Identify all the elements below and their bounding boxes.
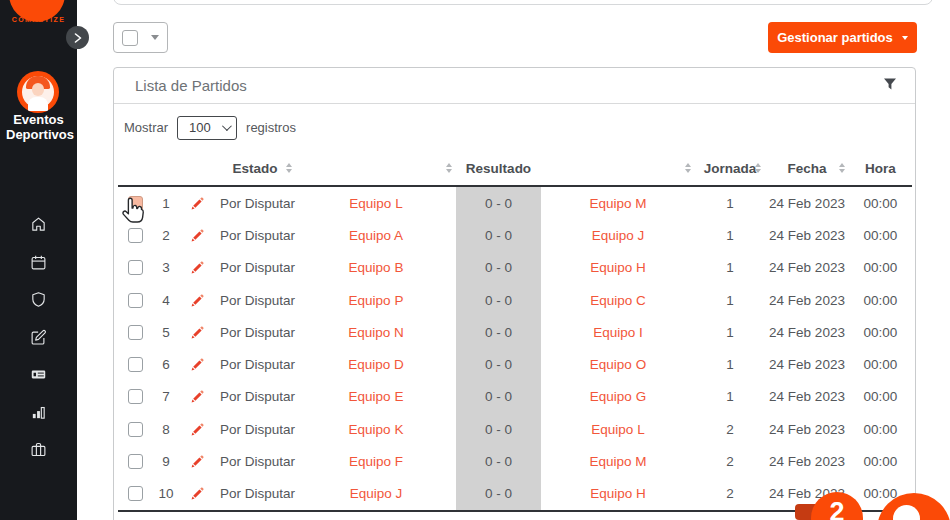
edit-cell — [180, 445, 214, 477]
row-checkbox[interactable] — [128, 422, 143, 437]
sidebar-item-calendar[interactable] — [0, 244, 77, 282]
local-team-link[interactable]: Equipo N — [348, 325, 404, 340]
header-jornada[interactable]: Jornada — [695, 151, 765, 185]
visitor-team-link[interactable]: Equipo O — [590, 357, 646, 372]
table-row: 3Por DisputarEquipo B0 - 0Equipo H124 Fe… — [118, 252, 912, 284]
local-team-link[interactable]: Equipo K — [349, 422, 404, 437]
workspace-avatar[interactable] — [17, 71, 59, 113]
edit-cell — [180, 284, 214, 316]
header-checkbox-col — [118, 151, 152, 185]
local-team-link[interactable]: Equipo D — [348, 357, 404, 372]
page-size-select[interactable]: 100 — [177, 116, 237, 140]
table-row: 1Por DisputarEquipo L0 - 0Equipo M124 Fe… — [118, 187, 912, 219]
edit-match-button[interactable] — [190, 486, 205, 501]
match-result: 0 - 0 — [456, 187, 541, 219]
row-checkbox[interactable] — [128, 389, 143, 404]
edit-match-button[interactable] — [190, 422, 205, 437]
edit-match-button[interactable] — [190, 260, 205, 275]
sidebar-item-stats[interactable] — [0, 394, 77, 432]
manage-matches-button[interactable]: Gestionar partidos — [768, 22, 917, 53]
match-time: 00:00 — [849, 219, 912, 251]
visitor-team-link[interactable]: Equipo H — [590, 260, 646, 275]
local-team-link[interactable]: Equipo B — [349, 260, 404, 275]
header-estado-label: Estado — [232, 161, 277, 176]
row-checkbox[interactable] — [128, 357, 143, 372]
app-root: COMPETIZE Eventos Deportivos — [0, 0, 950, 520]
visitor-team-cell: Equipo J — [541, 219, 695, 251]
match-date: 24 Feb 2023 — [765, 316, 849, 348]
visitor-team-link[interactable]: Equipo H — [590, 486, 646, 501]
row-checkbox[interactable] — [128, 260, 143, 275]
visitor-team-link[interactable]: Equipo I — [593, 325, 643, 340]
sidebar-item-licenses[interactable] — [0, 356, 77, 394]
brand-label: COMPETIZE — [0, 16, 77, 23]
row-checkbox[interactable] — [128, 486, 143, 501]
row-number: 6 — [152, 348, 180, 380]
row-checkbox[interactable] — [128, 293, 143, 308]
edit-match-button[interactable] — [190, 325, 205, 340]
matches-panel: Lista de Partidos Mostrar 100 registros — [113, 67, 916, 520]
header-jornada-label: Jornada — [704, 161, 757, 176]
visitor-team-link[interactable]: Equipo J — [592, 228, 645, 243]
select-all-checkbox[interactable] — [122, 30, 138, 46]
row-checkbox[interactable] — [128, 325, 143, 340]
edit-cell — [180, 381, 214, 413]
header-visitor-team[interactable] — [541, 151, 695, 185]
row-checkbox[interactable] — [128, 454, 143, 469]
header-local-team[interactable] — [296, 151, 456, 185]
card-list-icon — [30, 366, 47, 383]
row-number: 2 — [152, 219, 180, 251]
local-team-link[interactable]: Equipo F — [349, 454, 403, 469]
header-estado[interactable]: Estado — [214, 151, 296, 185]
edit-match-button[interactable] — [190, 228, 205, 243]
sidebar-item-organization[interactable] — [0, 431, 77, 469]
row-number: 5 — [152, 316, 180, 348]
avatar-body — [28, 97, 48, 111]
local-team-link[interactable]: Equipo A — [349, 228, 403, 243]
manage-matches-label: Gestionar partidos — [777, 30, 893, 45]
chevron-down-icon — [222, 121, 232, 131]
header-hora[interactable]: Hora — [849, 151, 912, 185]
row-checkbox-cell — [118, 284, 152, 316]
match-result: 0 - 0 — [456, 348, 541, 380]
local-team-cell: Equipo B — [296, 252, 456, 284]
visitor-team-cell: Equipo L — [541, 413, 695, 445]
shield-icon — [30, 291, 47, 308]
visitor-team-cell: Equipo O — [541, 348, 695, 380]
visitor-team-link[interactable]: Equipo M — [589, 454, 646, 469]
table-row: 8Por DisputarEquipo K0 - 0Equipo L224 Fe… — [118, 413, 912, 445]
table-row: 7Por DisputarEquipo E0 - 0Equipo G124 Fe… — [118, 381, 912, 413]
visitor-team-link[interactable]: Equipo G — [590, 389, 646, 404]
edit-match-button[interactable] — [190, 293, 205, 308]
match-result: 0 - 0 — [456, 284, 541, 316]
header-resultado[interactable]: Resultado — [456, 151, 541, 185]
edit-match-button[interactable] — [190, 389, 205, 404]
filter-button[interactable] — [881, 75, 899, 96]
header-fecha[interactable]: Fecha — [765, 151, 849, 185]
local-team-link[interactable]: Equipo P — [349, 293, 404, 308]
visitor-team-link[interactable]: Equipo M — [589, 196, 646, 211]
edit-match-button[interactable] — [190, 357, 205, 372]
row-checkbox[interactable] — [128, 196, 143, 211]
sidebar-expand-button[interactable] — [66, 26, 89, 49]
local-team-cell: Equipo A — [296, 219, 456, 251]
table-row: 10Por DisputarEquipo J0 - 0Equipo H224 F… — [118, 478, 912, 510]
local-team-link[interactable]: Equipo J — [350, 486, 403, 501]
sidebar-nav — [0, 206, 77, 469]
sidebar-item-register[interactable] — [0, 319, 77, 357]
row-checkbox[interactable] — [128, 228, 143, 243]
match-status: Por Disputar — [214, 284, 296, 316]
edit-match-button[interactable] — [190, 196, 205, 211]
pencil-icon — [190, 486, 205, 501]
match-jornada: 2 — [695, 413, 765, 445]
pencil-icon — [190, 389, 205, 404]
local-team-link[interactable]: Equipo E — [349, 389, 404, 404]
select-all-dropdown[interactable] — [113, 22, 168, 53]
edit-match-button[interactable] — [190, 454, 205, 469]
sidebar-item-home[interactable] — [0, 206, 77, 244]
sidebar-item-teams[interactable] — [0, 281, 77, 319]
match-date: 24 Feb 2023 — [765, 445, 849, 477]
visitor-team-link[interactable]: Equipo L — [591, 422, 644, 437]
local-team-link[interactable]: Equipo L — [349, 196, 402, 211]
visitor-team-link[interactable]: Equipo C — [590, 293, 646, 308]
